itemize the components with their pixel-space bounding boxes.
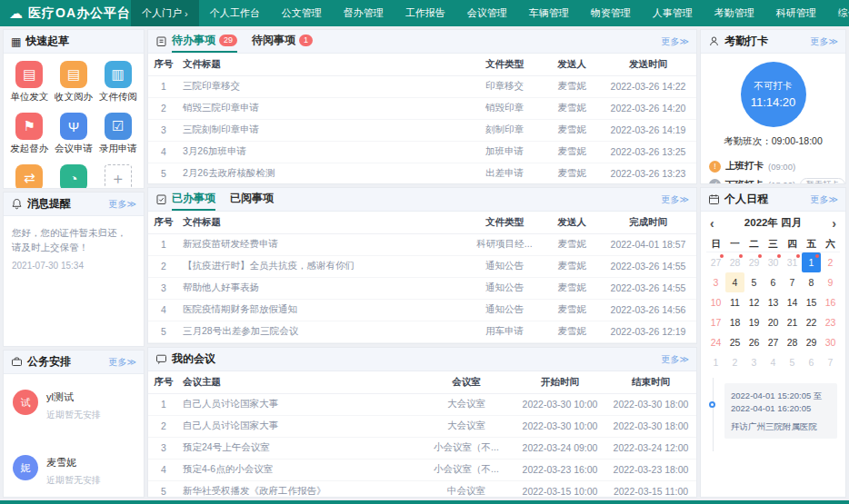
calendar-day[interactable]: 6 (802, 352, 821, 372)
calendar-day[interactable]: 31 (783, 252, 802, 272)
nav-item-2[interactable]: 个人工作台 (199, 0, 271, 26)
calendar-day[interactable]: 6 (764, 272, 783, 292)
quick-app-item[interactable]: ◔加班申请 (52, 164, 96, 189)
quick-app-item[interactable]: ▤单位发文 (7, 61, 52, 104)
affair-person[interactable]: 试yl测试近期暂无安排 (4, 380, 144, 445)
quick-app-item[interactable]: ⚑发起督办 (7, 113, 52, 155)
todo-tab-1[interactable]: 待办事项29 (172, 30, 237, 53)
calendar-day[interactable]: 28 (725, 252, 744, 272)
table-row[interactable]: 3预定24号上午会议室小会议室（不...2022-03-24 09:002022… (148, 437, 696, 459)
calendar-day[interactable]: 30 (821, 332, 840, 352)
quick-app-item[interactable]: ▥文件传阅 (95, 61, 140, 104)
quick-app-item[interactable]: ☑录用申请 (95, 113, 140, 155)
calendar-day[interactable]: 24 (706, 332, 725, 352)
calendar-day[interactable]: 14 (783, 292, 802, 312)
schedule-card[interactable]: 2022-04-01 15:20:05 至 2022-04-01 16:20:0… (724, 383, 837, 439)
calendar-day[interactable]: 29 (802, 332, 821, 352)
calendar-day[interactable]: 4 (725, 272, 744, 292)
calendar-day[interactable]: 13 (764, 292, 783, 312)
table-row[interactable]: 4预定4-6点的小会议室小会议室（不...2022-03-23 16:00202… (148, 459, 696, 480)
table-row[interactable]: 1三院印章移交印章移交麦雪妮2022-03-26 14:22 (148, 75, 696, 97)
more-link[interactable]: 更多≫ (662, 353, 689, 366)
calendar-day[interactable]: 1 (706, 352, 725, 372)
nav-item-10[interactable]: 考勤管理 (704, 0, 765, 26)
calendar-day[interactable]: 12 (744, 292, 764, 312)
column-header: 结束时间 (605, 371, 696, 393)
nav-item-1[interactable]: 个人门户› (131, 0, 199, 26)
calendar-day[interactable]: 10 (706, 292, 725, 312)
more-link[interactable]: 更多≫ (109, 198, 136, 211)
calendar-day[interactable]: 21 (783, 312, 802, 332)
calendar-day[interactable]: 17 (706, 312, 725, 332)
table-row[interactable]: 1自己人员讨论国家大事大会议室2022-03-30 10:002022-03-3… (148, 393, 696, 415)
table-row[interactable]: 3三院刻制印章申请刻制印章麦雪妮2022-03-26 14:19 (148, 119, 696, 141)
nav-item-11[interactable]: 科研管理 (765, 0, 827, 26)
calendar-day[interactable]: 23 (821, 312, 840, 332)
nav-item-5[interactable]: 工作报告 (395, 0, 456, 26)
nav-item-8[interactable]: 物资管理 (580, 0, 642, 26)
no-punch-tag[interactable]: 暂无打卡 (800, 178, 845, 184)
affair-person[interactable]: 妮麦雪妮近期暂无安排 (4, 445, 144, 498)
calendar-day[interactable]: 2 (725, 352, 744, 372)
punch-clock-time: 11:14:20 (751, 95, 796, 109)
done-tab-2[interactable]: 已阅事项 (230, 188, 274, 211)
calendar-day[interactable]: 22 (802, 312, 821, 332)
done-table: 序号文件标题文件类型发送人完成时间1新冠疫苗研发经费申请科研项目经...麦雪妮2… (148, 212, 696, 343)
nav-item-3[interactable]: 公文管理 (271, 0, 333, 26)
calendar-day[interactable]: 4 (764, 352, 783, 372)
next-month-button[interactable]: › (832, 217, 836, 230)
more-link[interactable]: 更多≫ (811, 193, 838, 206)
calendar-day[interactable]: 29 (744, 252, 764, 272)
calendar-day[interactable]: 16 (821, 292, 840, 312)
calendar-day[interactable]: 27 (706, 252, 725, 272)
calendar-day[interactable]: 1 (802, 252, 821, 272)
nav-item-6[interactable]: 会议管理 (456, 0, 518, 26)
todo-tab-2[interactable]: 待阅事项1 (252, 30, 313, 53)
row-cell: 2022-03-15 10:00 (514, 480, 605, 498)
more-link[interactable]: 更多≫ (109, 356, 136, 369)
calendar-day[interactable]: 25 (725, 332, 744, 352)
nav-item-7[interactable]: 车辆管理 (518, 0, 580, 26)
calendar-day[interactable]: 7 (821, 352, 840, 372)
table-row[interactable]: 5三月28号出差参加三院会议用车申请麦雪妮2022-03-26 12:19 (148, 321, 696, 342)
calendar-day[interactable]: 18 (725, 312, 744, 332)
table-row[interactable]: 3帮助他人好事表扬通知公告麦雪妮2022-03-26 14:55 (148, 277, 696, 299)
quick-app-item[interactable]: Ψ会议申请 (52, 113, 96, 155)
more-link[interactable]: 更多≫ (662, 35, 689, 48)
more-link[interactable]: 更多≫ (811, 35, 838, 48)
table-row[interactable]: 1新冠疫苗研发经费申请科研项目经...麦雪妮2022-04-01 18:57 (148, 233, 696, 255)
punch-clock-button[interactable]: 不可打卡 11:14:20 (741, 62, 806, 127)
calendar-day[interactable]: 26 (744, 332, 764, 352)
calendar-day[interactable]: 5 (783, 352, 802, 372)
quick-app-item[interactable]: ＋添加应用 (95, 164, 140, 189)
done-tab-1[interactable]: 已办事项 (172, 188, 215, 211)
quick-app-item[interactable]: ⇄转岗申请 (7, 164, 52, 189)
calendar-day[interactable]: 5 (744, 272, 764, 292)
calendar-day[interactable]: 11 (725, 292, 744, 312)
calendar-day[interactable]: 8 (802, 272, 821, 292)
calendar-day[interactable]: 30 (764, 252, 783, 272)
calendar-day[interactable]: 3 (744, 352, 764, 372)
table-row[interactable]: 4医院疫情期财务部放假通知通知公告麦雪妮2022-03-26 14:56 (148, 299, 696, 321)
table-row[interactable]: 2销毁三院印章申请销毁印章麦雪妮2022-03-26 14:20 (148, 97, 696, 119)
calendar-day[interactable]: 27 (764, 332, 783, 352)
nav-item-12[interactable]: 综合审批 (827, 0, 849, 26)
nav-item-4[interactable]: 督办管理 (333, 0, 395, 26)
calendar-day[interactable]: 9 (821, 272, 840, 292)
calendar-day[interactable]: 28 (783, 332, 802, 352)
calendar-day[interactable]: 15 (802, 292, 821, 312)
more-link[interactable]: 更多≫ (662, 193, 689, 206)
table-row[interactable]: 2自己人员讨论国家大事大会议室2022-03-30 10:002022-03-3… (148, 415, 696, 437)
quick-app-item[interactable]: ▤收文阅办 (52, 61, 96, 104)
table-row[interactable]: 43月26加班申请加班申请麦雪妮2022-03-26 13:25 (148, 141, 696, 163)
calendar-day[interactable]: 2 (821, 252, 840, 272)
table-row[interactable]: 2【抗疫进行时】全员共抗疫，感谢有你们通知公告麦雪妮2022-03-26 14:… (148, 255, 696, 277)
table-row[interactable]: 5新华社受权播发《政府工作报告》中会议室2022-03-15 10:002022… (148, 480, 696, 498)
calendar-day[interactable]: 19 (744, 312, 764, 332)
calendar-day[interactable]: 20 (764, 312, 783, 332)
calendar-day[interactable]: 7 (783, 272, 802, 292)
message-item[interactable]: 您好，您的证件暂未归还，请及时上交保管！ 2021-07-30 15:34 (4, 216, 144, 282)
nav-item-9[interactable]: 人事管理 (642, 0, 704, 26)
table-row[interactable]: 52月26去政府核酸检测出差申请麦雪妮2022-03-26 13:23 (148, 163, 696, 184)
calendar-day[interactable]: 3 (706, 272, 725, 292)
